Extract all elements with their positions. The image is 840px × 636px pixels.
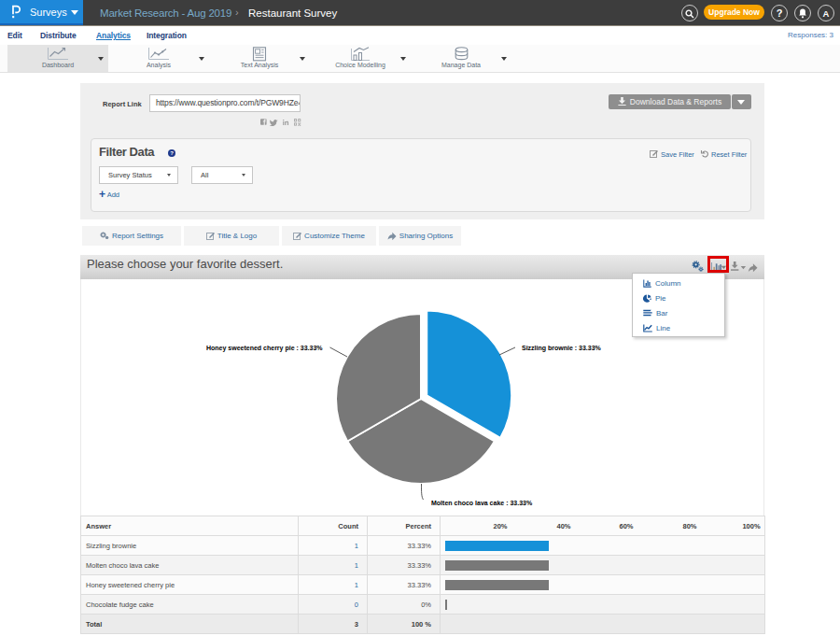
svg-text:Sizzling brownie : 33.33%: Sizzling brownie : 33.33%	[522, 345, 602, 352]
svg-text:Molten choco lava cake : 33.33: Molten choco lava cake : 33.33%	[431, 500, 533, 506]
svg-text:Honey sweetened cherry pie : 3: Honey sweetened cherry pie : 33.33%	[206, 345, 323, 352]
